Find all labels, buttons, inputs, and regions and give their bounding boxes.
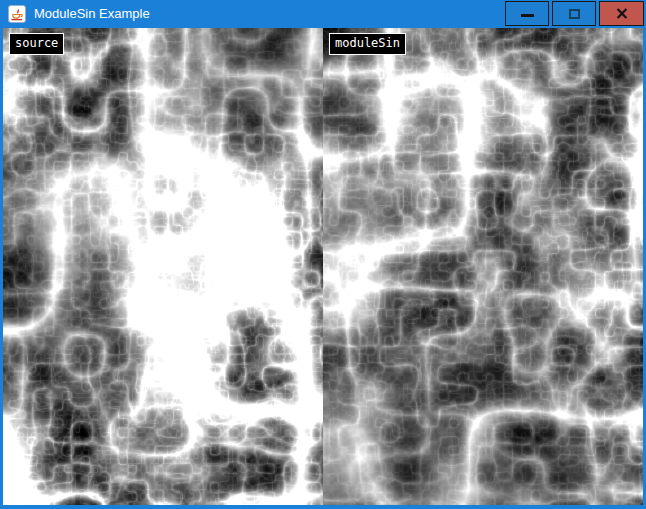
- panel-label-modulesin: moduleSin: [329, 33, 406, 55]
- java-coffee-cup-icon: [8, 5, 26, 23]
- app-window: ModuleSin Example source moduleSin: [0, 0, 646, 509]
- window-controls: [505, 1, 644, 26]
- render-area: source moduleSin: [3, 28, 643, 505]
- maximize-icon: [569, 9, 580, 19]
- close-button[interactable]: [599, 1, 644, 26]
- window-title: ModuleSin Example: [34, 0, 150, 27]
- panel-label-source: source: [9, 33, 64, 55]
- noise-texture-canvas: [3, 28, 643, 505]
- maximize-button[interactable]: [552, 1, 596, 26]
- close-icon: [616, 8, 628, 19]
- minimize-button[interactable]: [505, 1, 549, 26]
- minimize-icon: [521, 14, 534, 17]
- titlebar[interactable]: ModuleSin Example: [0, 0, 646, 28]
